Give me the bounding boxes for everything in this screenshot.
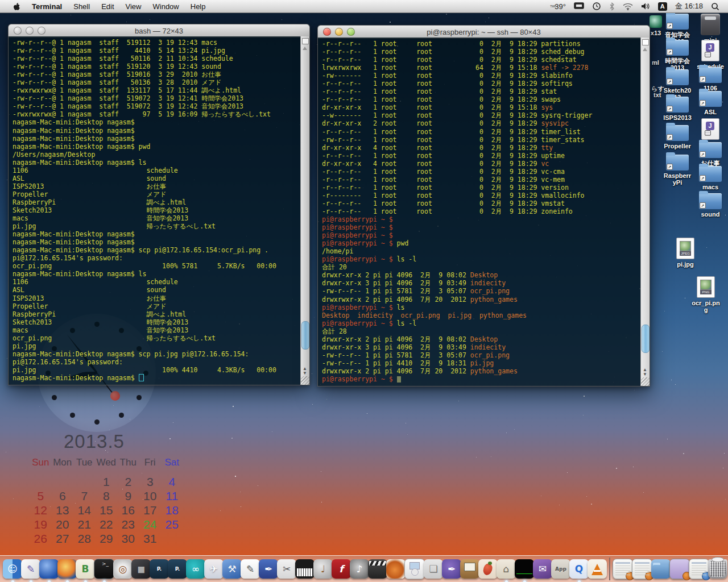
menu-app-name[interactable]: Terminal xyxy=(26,0,68,13)
desktop-icon-schedule[interactable]: schedule xyxy=(693,40,728,70)
letter-b-app-dock-icon[interactable]: B xyxy=(76,559,95,579)
jedit-dock-icon[interactable]: ✎ xyxy=(21,559,40,579)
scrollbar-thumb[interactable] xyxy=(301,321,309,350)
terminal-content[interactable]: -rw-r--r--@ 1 nagasm staff 519112 3 19 1… xyxy=(9,36,300,385)
time-machine-icon[interactable] xyxy=(589,0,604,13)
minimized-window-firefox-1-dock-icon[interactable] xyxy=(613,559,633,579)
desktop-icon-macs[interactable]: macs xyxy=(693,166,728,190)
desktop-icon-isps2013[interactable]: ISPS2013 xyxy=(660,97,695,121)
fox-app-dock-icon[interactable] xyxy=(386,559,406,579)
desktop-icon-ocr_pi.png[interactable]: ocr_pi.png xyxy=(688,276,723,313)
thunderbird-dock-icon[interactable] xyxy=(39,559,59,579)
image-editor-dock-icon[interactable]: ✂ xyxy=(277,559,296,579)
desktop-icon-pi.jpg[interactable]: pi.jpg xyxy=(668,238,703,268)
arduino-dock-icon[interactable]: ∞ xyxy=(186,559,205,579)
globe-pen-app-dock-icon[interactable]: ✒ xyxy=(442,559,461,579)
terminal-content[interactable]: -r--r--r-- 1 root root 0 2月 9 18:29 part… xyxy=(318,38,640,386)
minimized-window-firefox-2-dock-icon[interactable] xyxy=(632,559,652,579)
terminal-window-ssh[interactable]: pi@raspberrypi: ~ — ssh — 80×43 -r--r--r… xyxy=(317,25,650,386)
resize-grip[interactable] xyxy=(301,376,309,385)
scrollbar[interactable]: ▲▼ xyxy=(640,38,650,386)
spectrum-app-dock-icon[interactable] xyxy=(515,559,534,579)
pepper-app-dock-icon[interactable] xyxy=(478,559,498,579)
app-lamp-dock-icon[interactable]: App xyxy=(551,559,570,579)
scroll-arrows[interactable]: ▲▼ xyxy=(643,368,647,377)
menu-clock[interactable]: 金 16:18 xyxy=(672,0,706,13)
temperature-status[interactable]: TMP 39° xyxy=(547,0,569,13)
desktop-icon-1106[interactable]: 1106 xyxy=(693,67,728,92)
zoom-button[interactable] xyxy=(347,28,355,36)
volume-icon[interactable] xyxy=(638,0,653,13)
desktop-icon-asl[interactable]: ASL xyxy=(693,91,728,115)
vlc-dock-icon[interactable] xyxy=(588,559,607,579)
scroll-arrows[interactable]: ▲▼ xyxy=(303,367,307,376)
desktop-icon-お仕事[interactable]: お仕事 xyxy=(693,142,728,167)
resize-grip[interactable] xyxy=(641,377,650,386)
apple-menu[interactable] xyxy=(7,0,26,13)
finder-dock-icon[interactable]: ☺ xyxy=(3,559,22,579)
calendar-date: 26 xyxy=(30,532,52,546)
spotlight-icon[interactable] xyxy=(708,0,722,13)
close-button[interactable] xyxy=(323,28,331,36)
photos-app-dock-icon[interactable]: ❏ xyxy=(424,559,443,579)
firefox-dock-icon[interactable] xyxy=(57,559,77,579)
icon-label: macs xyxy=(693,184,728,190)
textedit-dock-icon[interactable]: ✎ xyxy=(241,559,260,579)
minimized-window-browser-dock-icon[interactable] xyxy=(689,559,709,579)
menu-view[interactable]: View xyxy=(120,0,147,13)
desktop-icon-raspberrypi[interactable]: RaspberryPi xyxy=(660,155,695,186)
purple-card-app-dock-icon[interactable]: ✉ xyxy=(533,559,552,579)
flash-dock-icon[interactable]: f xyxy=(332,559,351,579)
notebook-app-dock-icon[interactable]: ✒ xyxy=(259,559,278,579)
scrollbar-thumb[interactable] xyxy=(642,325,650,353)
window-titlebar[interactable]: bash — 72×43 xyxy=(8,24,310,38)
minimized-window-purple-dock-icon[interactable] xyxy=(669,559,690,579)
terminal-dock-icon[interactable]: >_ xyxy=(94,559,114,579)
window-titlebar[interactable]: pi@raspberrypi: ~ — ssh — 80×43 xyxy=(317,25,650,39)
menu-help[interactable]: Help xyxy=(185,0,212,13)
desktop-icon-sound[interactable]: sound xyxy=(693,193,728,218)
scroll-up-arrow-icon[interactable] xyxy=(303,47,307,50)
wifi-icon[interactable] xyxy=(620,0,636,13)
menu-edit[interactable]: Edit xyxy=(96,0,119,13)
processing-2-dock-icon[interactable]: P. xyxy=(168,559,187,579)
desktop-icon-propeller[interactable]: Propeller xyxy=(660,125,695,149)
scrollbar[interactable]: ▲▼ xyxy=(300,36,309,385)
processing-2-glyph: P. xyxy=(175,567,180,572)
menu-window[interactable]: Window xyxy=(147,0,185,13)
terminal-line: -rw-r--r--@ 1 nagasm staff 519016 3 29 2… xyxy=(13,70,299,78)
icon-label: sound xyxy=(693,211,728,218)
desktop-icon-sketch2013[interactable]: Sketch2013 xyxy=(660,69,695,101)
keynote-dock-icon[interactable] xyxy=(460,559,479,579)
display-menu-icon[interactable] xyxy=(571,0,587,13)
desktop-icon-時間学会2013[interactable]: 時間学会2013 xyxy=(660,40,695,71)
bank-app-dock-icon[interactable]: ⌂ xyxy=(497,559,516,579)
scroll-up-arrow-icon[interactable] xyxy=(643,48,647,51)
garageband-dock-icon[interactable]: ♩ xyxy=(313,559,333,579)
terminal-line: dr-xr-xr-x 1 root root 0 2月 9 15:18 sys xyxy=(322,103,639,111)
xcode-dock-icon[interactable]: ⚒ xyxy=(222,559,242,579)
terminal-line: /Users/nagasm/Desktop xyxy=(13,151,299,159)
music-player-dock-icon[interactable]: ♪ xyxy=(350,559,369,579)
star xyxy=(723,468,723,468)
close-button[interactable] xyxy=(14,27,22,35)
menu-shell[interactable]: Shell xyxy=(68,0,96,13)
imovie-dock-icon[interactable] xyxy=(368,559,387,579)
midi-keyboard-app-dock-icon[interactable] xyxy=(295,559,315,579)
bluetooth-icon[interactable] xyxy=(606,0,618,13)
input-method-menu[interactable]: A xyxy=(655,0,670,13)
trash-dock-icon[interactable] xyxy=(708,559,727,579)
cube-app-dock-icon[interactable]: ◼ xyxy=(131,559,151,579)
minimize-button[interactable] xyxy=(335,28,343,36)
processing-dock-icon[interactable]: P. xyxy=(150,559,169,579)
documents-folder-dock-icon[interactable] xyxy=(651,559,671,579)
calendar-date: 9 xyxy=(117,489,139,504)
minimize-button[interactable] xyxy=(26,27,34,35)
arduino-glyph: ∞ xyxy=(192,564,200,574)
ipod-dock-icon[interactable] xyxy=(404,559,425,579)
zoom-button[interactable] xyxy=(38,27,46,35)
ring-app-dock-icon[interactable]: ◎ xyxy=(113,559,133,579)
terminal-window-bash[interactable]: bash — 72×43 -rw-r--r--@ 1 nagasm staff … xyxy=(8,24,310,385)
origami-app-dock-icon[interactable]: ✈ xyxy=(204,559,224,579)
quicktime-dock-icon[interactable]: Q xyxy=(569,559,589,579)
